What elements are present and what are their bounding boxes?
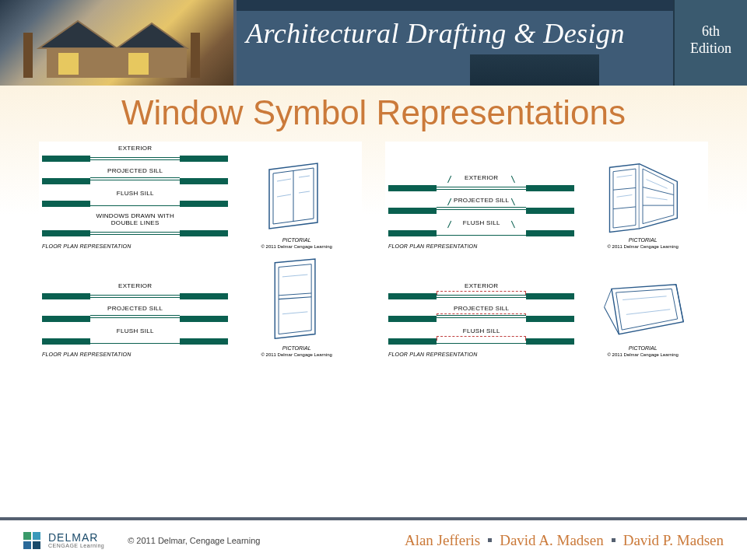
slide-title: Window Symbol Representations (31, 93, 716, 132)
svg-marker-1 (117, 23, 187, 48)
separator-dot (488, 538, 492, 542)
label-projected-sill: PROJECTED SILL (107, 167, 163, 174)
label-projected-sill: PROJECTED SILL (107, 305, 163, 312)
svg-rect-3 (58, 53, 79, 75)
diagram-grid: EXTERIOR PROJECTED SILL FLUSH SILL WINDO… (31, 142, 716, 360)
label-exterior: EXTERIOR (118, 145, 152, 152)
label-floor-plan: FLOOR PLAN REPRESENTATION (42, 352, 131, 357)
separator-dot (612, 538, 615, 542)
sliding-window-pictorial (261, 162, 331, 236)
label-flush-sill: FLUSH SILL (117, 190, 154, 197)
footer-authors: Alan Jefferis David A. Madsen David P. M… (405, 532, 724, 549)
label-floor-plan: FLOOR PLAN REPRESENTATION (42, 243, 131, 249)
diagram-casement: EXTERIOR PROJECTED SILL FLUSH SILL FLOOR… (385, 142, 708, 252)
awning-window-pictorial (596, 282, 689, 344)
logo-main: DELMAR (48, 532, 104, 543)
label-pictorial: PICTORIAL (282, 237, 311, 243)
label-floor-plan: FLOOR PLAN REPRESENTATION (388, 352, 477, 357)
svg-rect-6 (191, 33, 200, 78)
header-banner: Architectural Drafting & Design 6th Edit… (0, 0, 747, 86)
diagram-sliding: EXTERIOR PROJECTED SILL FLUSH SILL WINDO… (39, 142, 362, 252)
edition-word: Edition (675, 40, 747, 58)
edition-badge: 6th Edition (673, 0, 747, 86)
diagram-double-hung: EXTERIOR PROJECTED SILL FLUSH SILL FLOOR… (39, 255, 362, 360)
diagram-copyright: © 2011 Delmar Cengage Learning (607, 244, 678, 249)
svg-rect-5 (23, 33, 33, 78)
label-pictorial: PICTORIAL (629, 237, 658, 243)
footer-left: DELMAR CENGAGE Learning © 2011 Delmar, C… (23, 532, 260, 549)
label-exterior: EXTERIOR (465, 282, 498, 289)
label-exterior: EXTERIOR (118, 282, 152, 289)
footer-copyright: © 2011 Delmar, Cengage Learning (128, 536, 260, 545)
banner-title-area: Architectural Drafting & Design (233, 0, 673, 86)
logo-sub: CENGAGE Learning (48, 543, 104, 548)
author-3: David P. Madsen (623, 532, 724, 549)
delmar-logo-icon (23, 532, 40, 549)
slide-content: Window Symbol Representations EXTERIOR P… (0, 86, 747, 517)
double-hung-pictorial (268, 258, 326, 344)
svg-rect-4 (128, 53, 149, 75)
label-flush-sill: FLUSH SILL (463, 327, 500, 334)
book-title: Architectural Drafting & Design (237, 11, 673, 56)
house-photo-svg (16, 9, 233, 78)
casement-window-pictorial (600, 162, 686, 236)
label-projected-sill: PROJECTED SILL (454, 305, 509, 312)
delmar-logo-text: DELMAR CENGAGE Learning (48, 532, 104, 548)
banner-photo (0, 0, 265, 86)
label-pictorial: PICTORIAL (282, 345, 311, 351)
diagram-copyright: © 2011 Delmar Cengage Learning (261, 244, 331, 249)
diagram-copyright: © 2011 Delmar Cengage Learning (261, 352, 331, 357)
label-floor-plan: FLOOR PLAN REPRESENTATION (388, 243, 477, 249)
label-pictorial: PICTORIAL (629, 345, 658, 351)
edition-number: 6th (675, 23, 747, 40)
slide-footer: DELMAR CENGAGE Learning © 2011 Delmar, C… (0, 517, 747, 560)
diagram-copyright: © 2011 Delmar Cengage Learning (607, 352, 678, 357)
label-flush-sill: FLUSH SILL (117, 327, 154, 334)
author-1: Alan Jefferis (405, 532, 480, 549)
author-2: David A. Madsen (500, 532, 604, 549)
label-double-lines: WINDOWS DRAWN WITH DOUBLE LINES (96, 212, 174, 226)
svg-marker-0 (39, 21, 117, 48)
diagram-awning: EXTERIOR PROJECTED SILL FLUSH SILL FLOOR… (385, 255, 708, 360)
